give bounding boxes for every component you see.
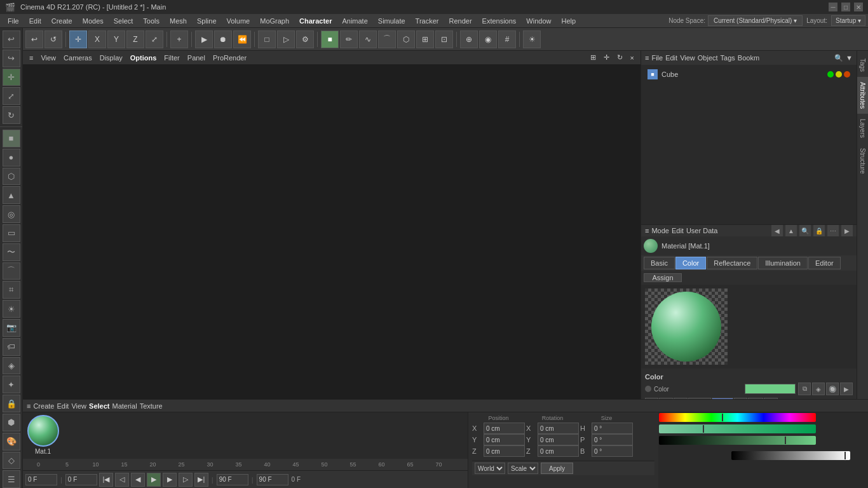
play-next-btn[interactable]: ▶ [163,473,177,487]
attr-nav-next[interactable]: ▶ [841,225,853,236]
viewport-icon-close[interactable]: × [628,53,637,63]
menu-mograph[interactable]: MoGraph [255,16,294,26]
tool-scale[interactable]: ⤢ [146,30,163,48]
apply-button[interactable]: Apply [541,463,573,474]
color-paste-btn[interactable]: ◈ [812,383,825,395]
sidebar-icon-plane[interactable]: ▭ [3,224,20,242]
sidebar-icon-more[interactable]: ☰ [3,470,20,488]
menu-animate[interactable]: Animate [337,16,372,26]
tool-rotate-z[interactable]: Z [126,30,144,48]
world-select[interactable]: World [475,463,505,474]
play-prev-key-btn[interactable]: ◁ [115,473,129,487]
viewport-view[interactable]: View [38,53,58,63]
sidebar-icon-scale[interactable]: ⤢ [3,87,20,105]
mat-menu-view[interactable]: View [71,402,86,410]
tool-rotate-y[interactable]: Y [107,30,125,48]
tool-anim-play[interactable]: ▶ [195,30,213,48]
start-frame-input[interactable] [65,474,97,485]
attr-nav-more[interactable]: ⋯ [827,225,839,236]
sidebar-icon-camera[interactable]: 📷 [3,319,20,337]
tool-mograph[interactable]: ⬡ [397,30,415,48]
mat-menu-texture[interactable]: Texture [140,402,163,410]
coord-z-pos-input[interactable] [484,445,525,457]
assign-button[interactable]: Assign [644,273,682,282]
menu-extensions[interactable]: Extensions [477,16,522,26]
coord-y-rot-input[interactable] [538,434,579,445]
obj-menu-tags[interactable]: Tags [721,54,735,62]
sidebar-icon-deform[interactable]: ⌗ [3,281,20,299]
sidebar-icon-rotate[interactable]: ↻ [3,106,20,124]
layout-select[interactable]: Startup ▾ [831,15,865,26]
cube-render-dot[interactable] [836,71,842,78]
viewport-prorender[interactable]: ProRender [210,53,249,63]
sidebar-icon-lock[interactable]: 🔒 [3,395,20,412]
current-frame-input[interactable] [25,474,57,485]
coord-y-pos-input[interactable] [484,434,525,445]
tab-basic[interactable]: Basic [644,257,675,269]
r-tab-layers[interactable]: Layers [857,114,868,143]
attr-nav-back[interactable]: ◀ [771,225,783,236]
sidebar-icon-move[interactable]: ✛ [3,69,20,86]
viewport-filter[interactable]: Filter [161,53,182,63]
node-space-select[interactable]: Current (Standard/Physical) ▾ [708,15,803,26]
menu-help[interactable]: Help [556,16,581,26]
menu-tools[interactable]: Tools [138,16,165,26]
tool-redo[interactable]: ↺ [44,30,62,48]
obj-menu-object[interactable]: Object [698,54,718,62]
color-copy-btn[interactable]: ⧉ [798,383,811,395]
tool-paint[interactable]: ✏ [340,30,358,48]
tool-render-to-picture-viewer[interactable]: ▷ [277,30,295,48]
mat-bar-icon[interactable]: ≡ [27,402,31,410]
attr-bar-icon[interactable]: ≡ [645,227,649,234]
sidebar-icon-sculpt[interactable]: ◇ [3,452,20,470]
viewport-menu-icon[interactable]: ≡ [27,53,36,63]
color-enable-dot[interactable] [645,386,651,392]
coord-z-size-input[interactable] [592,445,633,457]
attr-menu-userdata[interactable]: User Data [686,227,718,234]
tab-reflectance[interactable]: Reflectance [707,257,757,269]
menu-mesh[interactable]: Mesh [165,16,192,26]
obj-menu-view[interactable]: View [680,54,695,62]
attr-menu-mode[interactable]: Mode [651,227,669,234]
coord-x-rot-input[interactable] [538,423,579,434]
color-more-btn[interactable]: ▶ [840,383,853,395]
menu-create[interactable]: Create [46,16,78,26]
tab-editor[interactable]: Editor [808,257,841,269]
tool-render-settings[interactable]: ⚙ [296,30,314,48]
tool-nurbs2[interactable]: ⌒ [378,30,396,48]
play-next-key-btn[interactable]: ▷ [179,473,193,487]
color-eyedrop-btn[interactable]: 🔘 [826,383,839,395]
cube-select-dot[interactable] [844,71,850,78]
close-button[interactable]: ✕ [854,3,863,11]
coord-z-rot-input[interactable] [538,445,579,457]
tool-rotate-x[interactable]: X [88,30,106,48]
r-tab-attributes[interactable]: Attributes [857,77,868,114]
sidebar-icon-cone[interactable]: ▲ [3,186,20,204]
minimize-button[interactable]: ─ [829,3,837,11]
menu-tracker[interactable]: Tracker [410,16,444,26]
material-thumb-mat1[interactable]: Mat.1 [25,415,60,456]
menu-file[interactable]: File [3,16,24,26]
tool-anim-keyframe[interactable]: ⏪ [233,30,251,48]
sidebar-icon-material[interactable]: ◈ [3,357,20,375]
tool-anim-record[interactable]: ⏺ [214,30,232,48]
coord-x-pos-input[interactable] [484,423,525,434]
play-btn[interactable]: ▶ [147,473,161,487]
sidebar-icon-redo[interactable]: ↪ [3,50,20,67]
tool-selection-axis[interactable]: ⊕ [460,30,478,48]
viewport-icon-move2[interactable]: ✛ [601,52,612,63]
obj-menu-edit[interactable]: Edit [665,54,677,62]
mat-menu-select[interactable]: Select [89,402,109,410]
s-slider[interactable] [659,424,816,433]
attr-menu-edit[interactable]: Edit [672,227,684,234]
tool-viewport-solo[interactable]: ◉ [479,30,497,48]
sidebar-icon-paint[interactable]: 🎨 [3,433,20,451]
brightness-slider[interactable] [731,451,850,460]
sidebar-icon-xpresso[interactable]: ✦ [3,376,20,393]
attr-nav-search[interactable]: 🔍 [799,225,811,236]
menu-edit[interactable]: Edit [24,16,46,26]
obj-search-icon[interactable]: 🔍 [834,54,843,62]
tool-undo[interactable]: ↩ [25,30,43,48]
play-end-btn[interactable]: ▶| [194,473,208,487]
sidebar-icon-sphere[interactable]: ● [3,149,20,166]
